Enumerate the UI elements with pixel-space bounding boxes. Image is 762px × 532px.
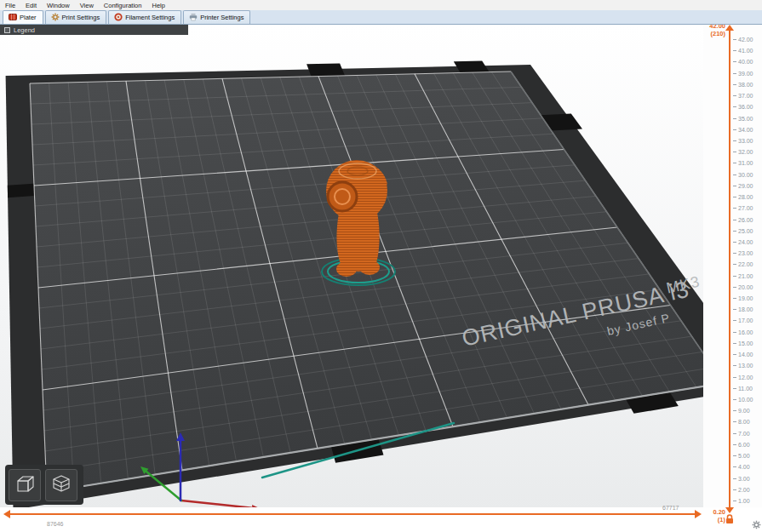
layer-tick: 27.00 [733,205,761,211]
layer-tick: 8.00 [733,419,761,425]
3d-canvas[interactable]: ORIGINAL PRUSA i3 MK3 by Josef P [0,25,703,532]
layer-tick: 28.00 [733,194,761,200]
layer-tick: 4.00 [733,464,761,470]
layer-tick: 40.00 [733,59,761,65]
view-cube-button[interactable] [9,469,41,501]
view-cube-icon [14,472,36,498]
layer-tick: 34.00 [733,127,761,133]
layer-tick: 16.00 [733,329,761,335]
layer-tick-list: 42.0041.0040.0039.0038.0037.0036.0035.00… [733,37,761,504]
layer-tick: 24.00 [733,239,761,245]
layer-tick: 13.00 [733,363,761,369]
tab-plater[interactable]: Plater [3,10,43,24]
settings-tabbar: Plater Print Settings Filament Settings … [0,10,762,25]
layer-tick: 19.00 [733,295,761,301]
viewport-3d[interactable]: ORIGINAL PRUSA i3 MK3 by Josef P [0,25,703,532]
menu-help[interactable]: Help [146,0,169,10]
layers-view-button[interactable] [45,469,77,501]
layer-tick: 6.00 [733,442,761,448]
legend-icon [4,27,10,33]
layer-tick: 37.00 [733,93,761,99]
layer-tick: 22.00 [733,261,761,267]
layer-bottom-count: (1) [700,516,725,523]
layer-tick: 11.00 [733,386,761,392]
layer-tick: 20.00 [733,284,761,290]
layer-tick: 38.00 [733,82,761,88]
layer-top-count: (210) [700,30,725,37]
layer-tick: 15.00 [733,340,761,346]
layer-tick: 23.00 [733,250,761,256]
tab-label: Plater [20,14,37,21]
menu-edit[interactable]: Edit [20,0,42,10]
range-max-label: 67717 [662,505,679,511]
layer-tick: 12.00 [733,375,761,380]
layer-tick: 3.00 [733,476,761,482]
layer-tick: 26.00 [733,217,761,223]
gear-icon [51,13,60,21]
layer-tick: 30.00 [733,172,761,178]
lock-icon[interactable] [725,514,734,524]
tab-label: Print Settings [62,14,100,21]
tab-filament-settings[interactable]: Filament Settings [108,10,181,24]
layer-tick: 41.00 [733,48,761,54]
layer-tick: 35.00 [733,116,761,122]
layer-slider-bottom-label: 0.20 (1) [700,508,725,523]
model-goggle [328,182,357,211]
corner-gear-icon[interactable] [752,520,761,529]
layer-tick: 33.00 [733,138,761,144]
view-mode-panel [5,465,83,505]
layer-tick: 18.00 [733,306,761,312]
layer-tick: 17.00 [733,317,761,323]
legend-label: Legend [14,26,35,34]
move-range-slider[interactable] [10,513,695,515]
plater-icon [9,13,17,21]
filament-spool-icon [114,13,123,21]
layer-tick: 14.00 [733,352,761,358]
slicer-app-window: { "menu": { "items": ["File", "Edit", "W… [0,0,762,532]
tab-label: Printer Settings [200,14,243,21]
layer-tick: 29.00 [733,183,761,189]
layer-tick: 1.00 [733,498,761,504]
layers-cube-icon [50,472,72,498]
model-foot-right [359,260,380,275]
range-min-label: 87646 [47,521,63,527]
layer-tick: 31.00 [733,160,761,166]
menu-view[interactable]: View [75,0,99,10]
legend-panel-header[interactable]: Legend [0,25,188,35]
layer-tick: 9.00 [733,408,761,414]
menu-file[interactable]: File [0,0,20,10]
layer-bottom-height: 0.20 [700,508,725,516]
layer-tick: 21.00 [733,273,761,279]
layer-tick: 32.00 [733,149,761,155]
model-foot-left [336,261,357,277]
tab-print-settings[interactable]: Print Settings [45,10,107,24]
tab-label: Filament Settings [125,14,175,21]
menu-configuration[interactable]: Configuration [99,0,147,10]
bed-tab [8,183,37,197]
printer-icon [189,13,198,21]
layer-tick: 39.00 [733,71,761,77]
menu-window[interactable]: Window [42,0,75,10]
layer-range-slider[interactable] [729,31,730,507]
layer-tick: 42.00 [733,37,761,43]
layer-tick: 10.00 [733,397,761,403]
layer-tick: 2.00 [733,487,761,493]
layer-tick: 25.00 [733,228,761,234]
layer-tick: 7.00 [733,431,761,437]
tab-printer-settings[interactable]: Printer Settings [183,10,250,24]
layer-tick: 36.00 [733,104,761,110]
layer-tick: 5.00 [733,453,761,459]
bottom-bar [0,507,762,532]
